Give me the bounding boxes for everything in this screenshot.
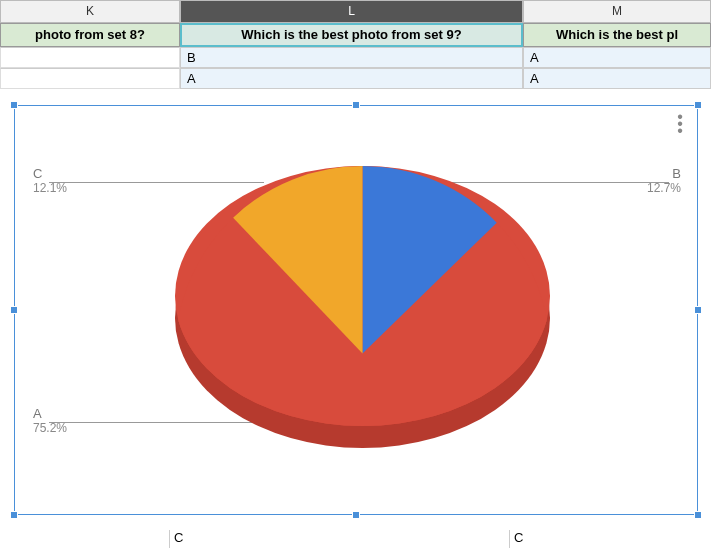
peek-cell-m[interactable]: C <box>509 530 519 548</box>
pie-label-b-value: 12.7% <box>647 181 681 195</box>
pie-label-c-name: C <box>33 166 67 181</box>
cell-k-2[interactable] <box>0 68 180 89</box>
header-cell-k[interactable]: photo from set 8? <box>0 23 180 47</box>
cell-k-1[interactable] <box>0 47 180 68</box>
column-header-row: K L M <box>0 0 711 23</box>
pie-label-c-value: 12.1% <box>33 181 67 195</box>
pie-3d <box>175 166 550 456</box>
table-row: B A <box>0 47 711 68</box>
embedded-chart[interactable]: ••• C 12.1% B 12.7% A 75.2% <box>14 105 698 515</box>
pie-label-a-value: 75.2% <box>33 421 67 435</box>
header-cell-l[interactable]: Which is the best photo from set 9? <box>180 23 523 47</box>
cell-l-1[interactable]: B <box>180 47 523 68</box>
pie-label-b-name: B <box>647 166 681 181</box>
cell-m-2[interactable]: A <box>523 68 711 89</box>
pie-label-a-name: A <box>33 406 67 421</box>
cell-l-2[interactable]: A <box>180 68 523 89</box>
col-header-m[interactable]: M <box>523 0 711 23</box>
pie-label-b: B 12.7% <box>647 166 681 195</box>
peek-row: C C <box>169 530 519 548</box>
peek-cell-l[interactable]: C <box>169 530 179 548</box>
cell-m-1[interactable]: A <box>523 47 711 68</box>
col-header-k[interactable]: K <box>0 0 180 23</box>
chart-body: C 12.1% B 12.7% A 75.2% <box>15 106 697 514</box>
pie-top <box>175 166 550 426</box>
pie-label-a: A 75.2% <box>33 406 67 435</box>
question-header-row: photo from set 8? Which is the best phot… <box>0 23 711 47</box>
pie-label-c: C 12.1% <box>33 166 67 195</box>
pie-svg <box>175 166 550 426</box>
col-header-l[interactable]: L <box>180 0 523 23</box>
header-cell-m[interactable]: Which is the best pl <box>523 23 711 47</box>
table-row: A A <box>0 68 711 89</box>
